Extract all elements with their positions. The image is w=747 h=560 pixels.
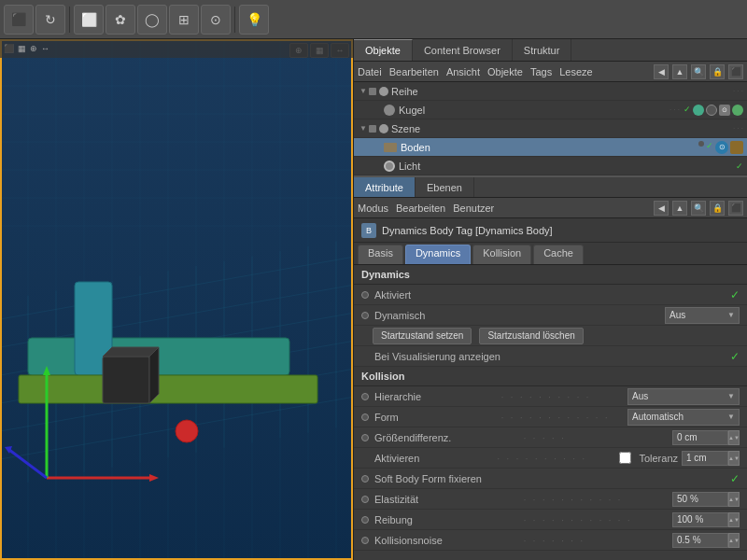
subtab-kollision[interactable]: Kollision bbox=[472, 245, 531, 264]
dropdown-dynamisch[interactable]: Aus ▼ bbox=[665, 307, 740, 324]
subtab-cache[interactable]: Cache bbox=[533, 245, 584, 264]
subtab-basis[interactable]: Basis bbox=[358, 245, 403, 264]
kollision-section-header: Kollision bbox=[354, 367, 747, 386]
attr-menu-icons: ◀ ▲ 🔍 🔒 ⬛ bbox=[654, 201, 743, 216]
input-elastizitaet[interactable] bbox=[672, 492, 728, 507]
tool-icon-4[interactable]: ✿ bbox=[106, 5, 135, 35]
viewport-top-bar: ⬛ ▦ ⊕ ↔ bbox=[0, 39, 353, 58]
menu-tags[interactable]: Tags bbox=[530, 66, 552, 77]
attr-icon-back[interactable]: ◀ bbox=[654, 201, 669, 216]
attr-icon-more[interactable]: ⬛ bbox=[728, 201, 743, 216]
vp-btn-small2[interactable]: ↔ bbox=[41, 44, 49, 53]
bullet-softbody bbox=[361, 475, 369, 483]
dropdown-form[interactable]: Automatisch ▼ bbox=[627, 409, 740, 426]
spinner-kollisionsnoise[interactable]: ▲▼ bbox=[728, 533, 740, 548]
tool-icon-2[interactable]: ↻ bbox=[35, 5, 65, 35]
dropdown-form-value: Automatisch bbox=[632, 412, 684, 422]
vp-menu-display[interactable]: ▦ bbox=[18, 44, 26, 53]
menu-icon-filter[interactable]: ▲ bbox=[672, 64, 687, 79]
label-form: Form bbox=[374, 412, 501, 423]
spinner-reibung[interactable]: ▲▼ bbox=[728, 512, 740, 527]
checkbox-aktivieren[interactable] bbox=[619, 452, 631, 464]
dots-elastizitaet: · · · · · · · · · · · bbox=[524, 494, 673, 505]
label-aktivieren: Aktivieren bbox=[374, 453, 497, 464]
menu-objekte[interactable]: Objekte bbox=[487, 66, 523, 77]
prop-row-reibung: Reibung · · · · · · · · · · · · ▲▼ bbox=[354, 510, 747, 530]
expand-reihe[interactable]: ▼ bbox=[358, 86, 369, 97]
dropdown-dynamisch-value: Aus bbox=[669, 310, 685, 320]
dropdown-hierarchie-arrow: ▼ bbox=[727, 392, 735, 400]
input-groesse[interactable] bbox=[672, 430, 728, 445]
menu-icon-lock[interactable]: 🔍 bbox=[691, 64, 706, 79]
label-groesse: Größendifferenz. bbox=[374, 432, 524, 443]
tool-icon-6[interactable]: ⊞ bbox=[169, 5, 199, 35]
attr-icon-fwd[interactable]: ▲ bbox=[672, 201, 687, 216]
panel-tabs: Objekte Content Browser Struktur bbox=[354, 39, 747, 62]
boden-tag2 bbox=[730, 141, 743, 154]
spinner-elastizitaet[interactable]: ▲▼ bbox=[728, 492, 740, 507]
attr-modus[interactable]: Modus bbox=[358, 203, 388, 214]
attr-benutzer[interactable]: Benutzer bbox=[453, 203, 494, 214]
kugel-check: ✓ bbox=[684, 105, 691, 116]
dropdown-form-arrow: ▼ bbox=[727, 413, 735, 421]
tool-icon-3[interactable]: ⬜ bbox=[74, 5, 104, 35]
tool-icon-5[interactable]: ◯ bbox=[137, 5, 167, 35]
icon-reihe bbox=[369, 88, 376, 95]
tree-row-kugel[interactable]: Kugel · · · ✓ ⊙ bbox=[354, 101, 747, 119]
menu-icon-more[interactable]: 🔒 bbox=[710, 64, 725, 79]
object-tree: ▼ Reihe · · · Kugel · · · ✓ ⊙ bbox=[354, 82, 747, 175]
menu-icon-search[interactable]: ◀ bbox=[654, 64, 669, 79]
tree-row-reihe[interactable]: ▼ Reihe · · · bbox=[354, 82, 747, 101]
boden-tag1: ⊙ bbox=[715, 141, 728, 154]
spinner-groesse[interactable]: ▲▼ bbox=[728, 430, 740, 445]
tool-icon-light[interactable]: 💡 bbox=[239, 5, 269, 35]
dots-kollisionsnoise: · · · · · · · bbox=[524, 535, 673, 546]
prop-row-groesse: Größendifferenz. · · · · · ▲▼ bbox=[354, 427, 747, 448]
icon-null-reihe bbox=[379, 87, 388, 96]
input-toleranz[interactable] bbox=[682, 451, 728, 466]
prop-row-buttons: Startzustand setzen Startzustand löschen bbox=[354, 326, 747, 346]
tree-row-licht[interactable]: Licht ✓ bbox=[354, 157, 747, 175]
tree-dots-szene: · · · bbox=[733, 124, 743, 133]
icon-null-szene bbox=[379, 124, 388, 133]
tree-row-boden[interactable]: Boden ✓ ⊙ bbox=[354, 138, 747, 157]
vp-btn-small[interactable]: ⊕ bbox=[30, 44, 37, 53]
input-kollisionsnoise[interactable] bbox=[672, 533, 728, 548]
sub-tabs: Basis Dynamics Kollision Cache bbox=[354, 243, 747, 265]
menu-datei[interactable]: Datei bbox=[358, 66, 382, 77]
viewport-grid bbox=[0, 39, 353, 560]
properties-panel: Dynamics Aktiviert ✓ Dynamisch Aus ▼ bbox=[354, 265, 747, 560]
bullet-kollisionsnoise bbox=[361, 537, 369, 544]
tool-icon-1[interactable]: ⬛ bbox=[4, 5, 34, 35]
prop-row-dynamisch: Dynamisch Aus ▼ bbox=[354, 305, 747, 326]
attr-bearbeiten[interactable]: Bearbeiten bbox=[396, 203, 445, 214]
menu-leseze[interactable]: Leseze bbox=[559, 66, 592, 77]
btn-startzustand-loeschen[interactable]: Startzustand löschen bbox=[479, 328, 583, 344]
tab-content-browser[interactable]: Content Browser bbox=[413, 39, 513, 61]
spinner-toleranz[interactable]: ▲▼ bbox=[728, 451, 740, 466]
menu-bearbeiten[interactable]: Bearbeiten bbox=[389, 66, 439, 77]
dropdown-hierarchie-value: Aus bbox=[632, 391, 648, 401]
tab-attribute[interactable]: Attribute bbox=[354, 177, 416, 197]
tool-icon-7[interactable]: ⊙ bbox=[201, 5, 231, 35]
tab-struktur[interactable]: Struktur bbox=[513, 39, 572, 61]
tab-objekte[interactable]: Objekte bbox=[354, 39, 413, 61]
menu-icon-close[interactable]: ⬛ bbox=[728, 64, 743, 79]
menu-ansicht[interactable]: Ansicht bbox=[446, 66, 480, 77]
attr-icon-search[interactable]: 🔍 bbox=[691, 201, 706, 216]
btn-startzustand-setzen[interactable]: Startzustand setzen bbox=[373, 328, 472, 344]
vp-menu-cameras[interactable]: ⬛ bbox=[4, 44, 14, 53]
subtab-dynamics[interactable]: Dynamics bbox=[405, 245, 471, 264]
dropdown-hierarchie[interactable]: Aus ▼ bbox=[627, 388, 740, 405]
attr-icon-lock[interactable]: 🔒 bbox=[710, 201, 725, 216]
tree-row-szene[interactable]: ▼ Szene · · · bbox=[354, 119, 747, 138]
prop-row-kollisionsnoise: Kollisionsnoise · · · · · · · ▲▼ bbox=[354, 530, 747, 551]
tab-ebenen[interactable]: Ebenen bbox=[416, 177, 474, 197]
bullet-reibung bbox=[361, 516, 369, 524]
label-dynamisch: Dynamisch bbox=[374, 310, 661, 321]
input-reibung[interactable] bbox=[672, 512, 728, 527]
viewport-3d[interactable]: ⊕ ▦ ↔ ⬛ ▦ ⊕ ↔ bbox=[0, 39, 353, 560]
tree-label-szene: Szene bbox=[391, 123, 733, 134]
expand-szene[interactable]: ▼ bbox=[358, 123, 369, 134]
tag-info-icon: B bbox=[361, 223, 376, 238]
